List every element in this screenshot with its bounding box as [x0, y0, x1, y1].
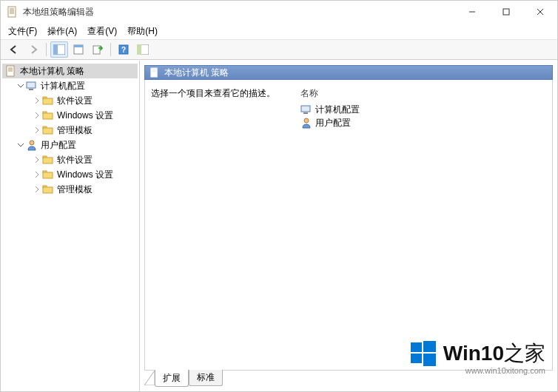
- tree-user-admin-templates[interactable]: 管理模板: [2, 182, 138, 197]
- svg-rect-40: [301, 106, 310, 112]
- computer-icon: [26, 80, 38, 92]
- svg-rect-37: [151, 68, 158, 77]
- svg-point-42: [304, 118, 309, 123]
- svg-rect-22: [27, 82, 36, 88]
- menu-help[interactable]: 帮助(H): [127, 25, 158, 38]
- expand-toggle[interactable]: [32, 110, 42, 121]
- show-tree-button[interactable]: [50, 41, 68, 58]
- back-button[interactable]: [5, 41, 23, 58]
- list-item-label: 用户配置: [315, 117, 351, 129]
- expand-toggle[interactable]: [32, 155, 42, 165]
- properties-button[interactable]: [70, 41, 87, 58]
- folder-icon: [42, 154, 54, 166]
- export-button[interactable]: [89, 41, 107, 58]
- column-header-name[interactable]: 名称: [299, 84, 546, 103]
- help-button[interactable]: ?: [115, 41, 132, 58]
- collapse-toggle[interactable]: [16, 81, 26, 91]
- svg-rect-13: [93, 46, 100, 54]
- svg-point-30: [30, 141, 34, 145]
- svg-rect-10: [53, 44, 58, 55]
- chevron-right-icon: [33, 126, 41, 134]
- svg-rect-23: [29, 89, 33, 90]
- expand-toggle[interactable]: [32, 95, 42, 106]
- user-icon: [300, 117, 312, 129]
- content-header: 本地计算机 策略: [144, 65, 553, 80]
- app-icon: [7, 6, 19, 18]
- tree-user-software-settings[interactable]: 软件设置: [2, 152, 138, 167]
- content-body: 选择一个项目来查看它的描述。 名称 计算机配置 用户配置: [144, 80, 553, 371]
- close-button[interactable]: [523, 1, 557, 23]
- tree-label: 管理模板: [57, 183, 93, 196]
- tree-pane[interactable]: 本地计算机 策略 计算机配置 软件设置: [1, 61, 140, 391]
- chevron-right-icon: [33, 186, 41, 193]
- menu-bar: 文件(F) 操作(A) 查看(V) 帮助(H): [1, 23, 557, 39]
- tab-extended[interactable]: 扩展: [155, 370, 189, 387]
- title-bar: 本地组策略编辑器: [1, 1, 557, 23]
- svg-rect-29: [43, 128, 53, 134]
- maximize-button[interactable]: [489, 1, 523, 23]
- collapse-toggle[interactable]: [16, 140, 26, 150]
- toolbar-separator: [110, 43, 111, 56]
- folder-icon: [42, 95, 54, 107]
- filter-button[interactable]: [134, 41, 152, 58]
- tree-label: Windows 设置: [57, 109, 113, 122]
- close-icon: [537, 8, 544, 16]
- list-item[interactable]: 用户配置: [299, 116, 546, 129]
- chevron-right-icon: [33, 171, 41, 178]
- chevron-down-icon: [17, 141, 24, 149]
- forward-button[interactable]: [24, 41, 42, 58]
- user-icon: [26, 139, 38, 151]
- export-icon: [93, 44, 103, 55]
- expand-toggle[interactable]: [32, 169, 42, 180]
- tree-label: 用户配置: [41, 139, 76, 152]
- chevron-right-icon: [33, 156, 41, 163]
- menu-action[interactable]: 操作(A): [47, 25, 77, 38]
- expand-toggle[interactable]: [32, 184, 42, 195]
- tree-user-config[interactable]: 用户配置: [2, 138, 138, 152]
- filter-icon: [137, 44, 149, 55]
- tree-computer-config[interactable]: 计算机配置: [2, 78, 138, 93]
- policy-icon: [149, 67, 160, 78]
- menu-view[interactable]: 查看(V): [87, 25, 117, 38]
- tree-label: 计算机配置: [41, 80, 85, 92]
- content-header-label: 本地计算机 策略: [164, 67, 229, 79]
- tree-root-label: 本地计算机 策略: [20, 65, 84, 78]
- tree-user-windows-settings[interactable]: Windows 设置: [2, 167, 138, 182]
- tree-pane-icon: [53, 44, 65, 55]
- svg-rect-12: [74, 45, 83, 47]
- expand-toggle[interactable]: [32, 125, 42, 135]
- tree-label: 软件设置: [57, 154, 93, 166]
- menu-file[interactable]: 文件(F): [8, 25, 37, 38]
- minimize-button[interactable]: [455, 1, 489, 23]
- tree-root[interactable]: 本地计算机 策略: [2, 64, 138, 78]
- tree-windows-settings[interactable]: Windows 设置: [2, 108, 138, 123]
- minimize-icon: [468, 8, 476, 16]
- folder-icon: [42, 169, 54, 180]
- toolbar: ?: [1, 39, 557, 60]
- computer-icon: [300, 104, 312, 115]
- description-text: 选择一个项目来查看它的描述。: [151, 88, 275, 98]
- svg-rect-6: [503, 9, 509, 15]
- list-column: 名称 计算机配置 用户配置: [293, 80, 552, 370]
- chevron-right-icon: [33, 97, 41, 104]
- tab-strip: 扩展 标准: [144, 371, 553, 387]
- svg-text:?: ?: [121, 46, 126, 54]
- list-item-label: 计算机配置: [315, 104, 360, 116]
- list-item[interactable]: 计算机配置: [299, 103, 546, 116]
- tree-admin-templates[interactable]: 管理模板: [2, 123, 138, 138]
- tree-software-settings[interactable]: 软件设置: [2, 93, 138, 108]
- back-icon: [9, 44, 19, 55]
- maximize-icon: [502, 8, 510, 16]
- svg-rect-41: [303, 112, 308, 114]
- svg-rect-34: [43, 172, 53, 178]
- chevron-right-icon: [33, 112, 41, 119]
- help-icon: ?: [118, 44, 129, 55]
- svg-rect-36: [43, 187, 53, 193]
- folder-icon: [42, 183, 54, 195]
- main-area: 本地计算机 策略 计算机配置 软件设置: [1, 60, 557, 391]
- toolbar-separator: [46, 43, 47, 56]
- window-title: 本地组策略编辑器: [23, 6, 94, 18]
- tab-standard[interactable]: 标准: [189, 370, 223, 386]
- chevron-down-icon: [17, 82, 24, 89]
- svg-rect-32: [43, 158, 53, 163]
